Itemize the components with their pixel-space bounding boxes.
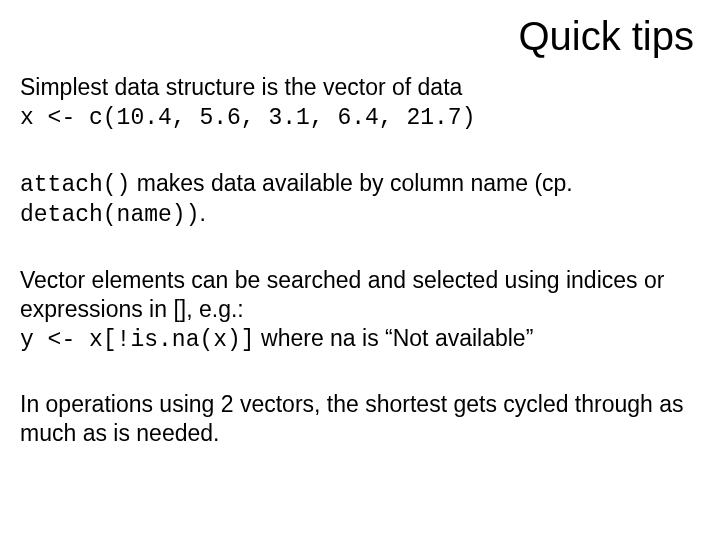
slide-title: Quick tips — [20, 14, 694, 59]
slide: Quick tips Simplest data structure is th… — [0, 0, 720, 540]
p3-text-2: where na is “Not available” — [255, 325, 534, 351]
p1-code: x <- c(10.4, 5.6, 3.1, 6.4, 21.7) — [20, 105, 475, 131]
p3-code: y <- x[!is.na(x)] — [20, 327, 255, 353]
paragraph-4: In operations using 2 vectors, the short… — [20, 390, 700, 448]
p2-text-2: . — [199, 200, 205, 226]
slide-body: Simplest data structure is the vector of… — [20, 73, 700, 448]
p1-text: Simplest data structure is the vector of… — [20, 74, 462, 100]
paragraph-1: Simplest data structure is the vector of… — [20, 73, 700, 133]
paragraph-2: attach() makes data available by column … — [20, 169, 700, 231]
p2-text-1: makes data available by column name (cp. — [130, 170, 572, 196]
p3-text-1: Vector elements can be searched and sele… — [20, 267, 664, 322]
p2-code-detach: detach(name)) — [20, 202, 199, 228]
p2-code-attach: attach() — [20, 172, 130, 198]
p4-text: In operations using 2 vectors, the short… — [20, 391, 684, 446]
paragraph-3: Vector elements can be searched and sele… — [20, 266, 700, 354]
